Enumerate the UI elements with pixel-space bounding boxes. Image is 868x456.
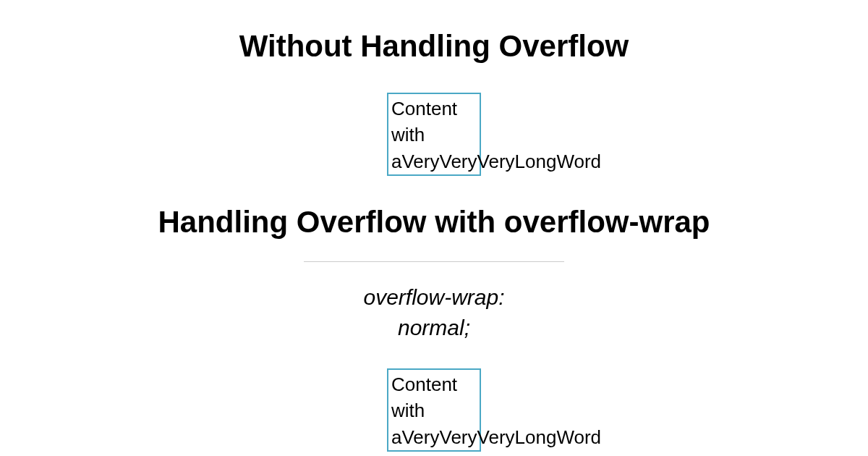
heading-with-overflow-wrap: Handling Overflow with overflow-wrap	[0, 205, 868, 240]
divider	[304, 261, 564, 262]
box-text-line: Content	[391, 96, 477, 122]
example-box-2: Content with aVeryVeryVeryLongWord	[387, 368, 481, 452]
box-text-line: with	[391, 122, 477, 148]
example-box-1: Content with aVeryVeryVeryLongWord	[387, 93, 481, 176]
subtitle-line: normal;	[0, 313, 868, 343]
heading-without-overflow: Without Handling Overflow	[0, 29, 868, 64]
box-text-line: with	[391, 397, 477, 423]
box-text-line: Content	[391, 371, 477, 397]
css-property-label: overflow-wrap: normal;	[0, 282, 868, 343]
box-long-word: aVeryVeryVeryLongWord	[391, 148, 601, 174]
box-long-word: aVeryVeryVeryLongWord	[391, 424, 601, 450]
subtitle-line: overflow-wrap:	[0, 282, 868, 313]
